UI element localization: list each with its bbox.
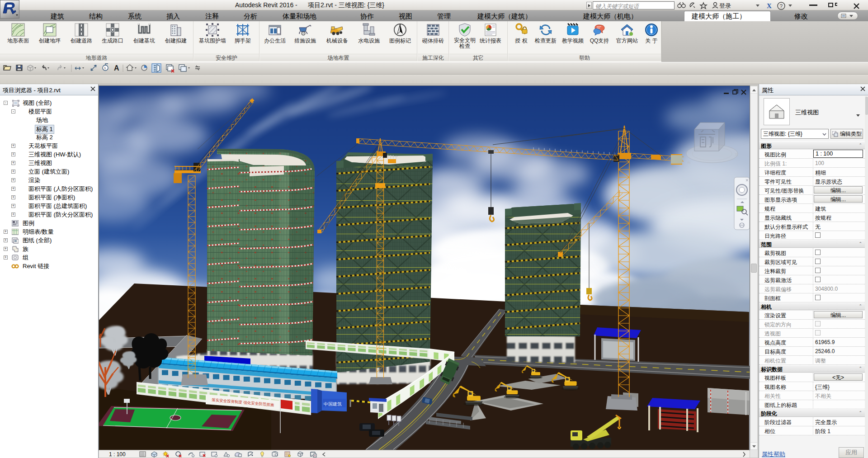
- svg-text:A: A: [114, 64, 119, 72]
- svg-text:登录: 登录: [719, 2, 731, 9]
- svg-text:南: 南: [687, 161, 691, 165]
- svg-text:东: 东: [735, 153, 738, 157]
- svg-text:中国建筑: 中国建筑: [324, 401, 342, 406]
- svg-text:1: 1: [104, 66, 106, 70]
- svg-text:?: ?: [780, 3, 783, 9]
- svg-text:X: X: [767, 2, 772, 9]
